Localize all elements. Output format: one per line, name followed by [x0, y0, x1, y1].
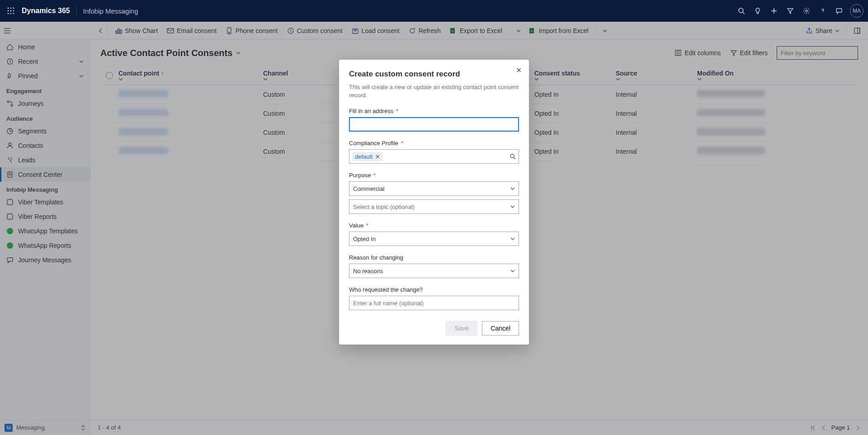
chip-remove-icon[interactable]: ✕: [375, 153, 380, 160]
plus-icon[interactable]: [766, 3, 782, 19]
address-input[interactable]: [349, 117, 519, 132]
svg-line-10: [743, 12, 745, 14]
chat-icon[interactable]: [831, 3, 847, 19]
search-icon[interactable]: [509, 153, 516, 160]
value-label: Value *: [349, 222, 519, 229]
app-launcher-icon[interactable]: [5, 5, 17, 17]
brand-title: Dynamics 365: [22, 7, 70, 15]
svg-point-4: [10, 10, 12, 12]
compliance-chip[interactable]: default✕: [352, 152, 383, 161]
help-icon[interactable]: [815, 3, 831, 19]
lightbulb-icon[interactable]: [750, 3, 766, 19]
cancel-button[interactable]: Cancel: [482, 321, 519, 336]
svg-point-5: [13, 10, 14, 12]
svg-point-46: [510, 154, 514, 158]
svg-point-0: [8, 8, 9, 9]
gear-icon[interactable]: [798, 3, 815, 19]
filter-icon[interactable]: [782, 3, 798, 19]
create-consent-dialog: Create custom consent record ✕ This will…: [339, 60, 529, 345]
who-input[interactable]: [349, 296, 519, 310]
user-avatar[interactable]: MA: [850, 4, 863, 18]
address-label: Fill in an address *: [349, 108, 519, 114]
topic-select[interactable]: Select a topic (optional): [349, 199, 519, 214]
svg-point-13: [806, 10, 807, 12]
svg-point-1: [10, 8, 12, 9]
svg-point-8: [13, 13, 14, 14]
svg-point-2: [13, 8, 14, 9]
app-name: Infobip Messaging: [83, 7, 138, 15]
value-select[interactable]: Opted In: [349, 232, 519, 246]
search-icon[interactable]: [733, 3, 750, 19]
purpose-select[interactable]: Commercial: [349, 181, 519, 196]
close-icon[interactable]: ✕: [516, 66, 522, 75]
divider: [76, 6, 77, 15]
dialog-description: This will create a new or update an exis…: [349, 83, 519, 99]
svg-point-7: [10, 13, 12, 14]
svg-rect-14: [836, 9, 842, 12]
reason-select[interactable]: No reasons: [349, 264, 519, 278]
who-label: Who requested the change?: [349, 286, 519, 293]
save-button: Save: [446, 321, 477, 336]
dialog-title: Create custom consent record: [349, 70, 519, 79]
reason-label: Reason for changing: [349, 254, 519, 261]
purpose-label: Purpose *: [349, 172, 519, 179]
global-nav-bar: Dynamics 365 Infobip Messaging MA: [0, 0, 868, 22]
svg-point-6: [8, 13, 9, 14]
svg-point-3: [8, 10, 9, 12]
compliance-lookup[interactable]: default✕: [349, 149, 519, 164]
svg-line-47: [514, 157, 515, 159]
svg-point-9: [739, 8, 743, 13]
compliance-label: Compliance Profile *: [349, 140, 519, 147]
